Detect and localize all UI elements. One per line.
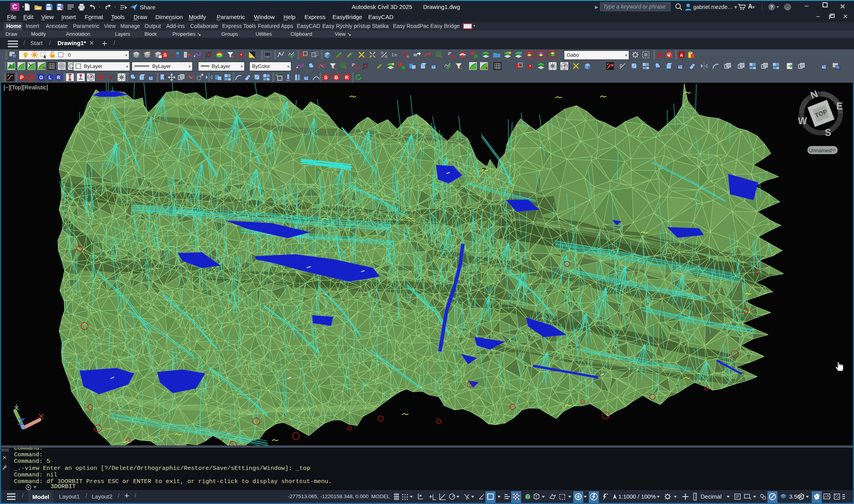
svg-text:W: W (798, 115, 807, 126)
svg-text:P: P (20, 75, 24, 80)
svg-text:1:n: 1:n (391, 53, 397, 57)
svg-text:R: R (345, 75, 349, 80)
svg-text:Unnamed: Unnamed (809, 148, 832, 153)
svg-text:B: B (334, 75, 338, 80)
svg-text:S: S (163, 52, 167, 58)
svg-text:E: E (837, 101, 843, 111)
svg-text:A: A (680, 53, 683, 57)
svg-text:?: ? (770, 4, 773, 10)
svg-text:L: L (49, 75, 52, 80)
svg-text:S: S (825, 127, 831, 138)
svg-text:O: O (39, 75, 43, 80)
svg-text:S: S (324, 75, 328, 80)
svg-text:R: R (57, 75, 61, 80)
